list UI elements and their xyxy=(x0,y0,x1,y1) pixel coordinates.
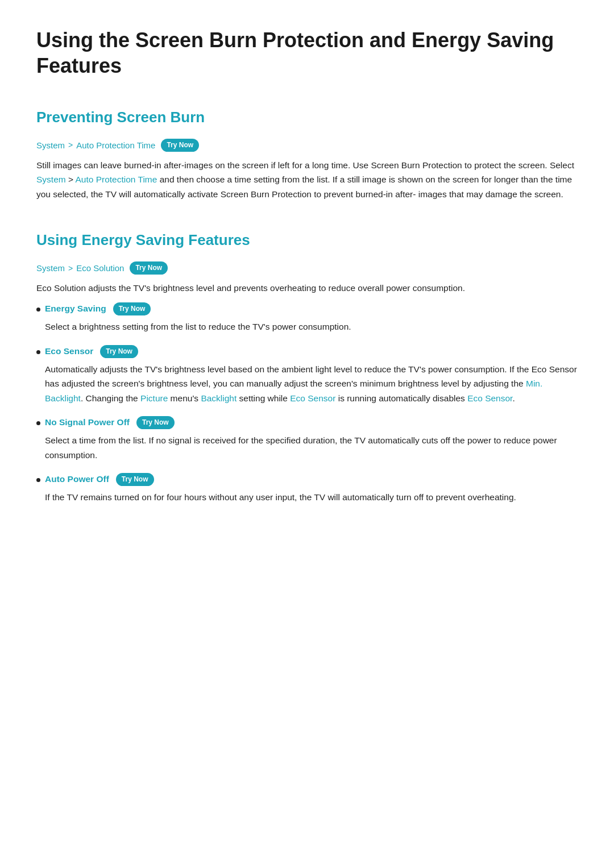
eco-sensor-ecosensor-link2[interactable]: Eco Sensor xyxy=(467,393,512,403)
auto-power-off-header: Auto Power Off Try Now xyxy=(36,472,578,487)
preventing-body-text: Still images can leave burned-in after-i… xyxy=(36,158,578,202)
eco-sensor-text-2: . Changing the xyxy=(81,393,140,403)
list-item: Auto Power Off Try Now If the TV remains… xyxy=(36,472,578,504)
no-signal-try-now[interactable]: Try Now xyxy=(136,416,175,429)
list-item: No Signal Power Off Try Now Select a tim… xyxy=(36,416,578,462)
preventing-body-sep: > xyxy=(66,175,76,184)
eco-sensor-label: Eco Sensor xyxy=(45,344,93,359)
energy-intro-text: Eco Solution adjusts the TV's brightness… xyxy=(36,281,578,296)
list-item: Energy Saving Try Now Select a brightnes… xyxy=(36,302,578,334)
eco-sensor-try-now[interactable]: Try Now xyxy=(100,345,138,358)
energy-nav: System > Eco Solution Try Now xyxy=(36,261,578,275)
eco-sensor-text-4: setting while xyxy=(237,393,290,403)
no-signal-content: Select a time from the list. If no signa… xyxy=(45,433,578,462)
auto-power-off-try-now[interactable]: Try Now xyxy=(116,473,154,486)
list-item: Eco Sensor Try Now Automatically adjusts… xyxy=(36,344,578,405)
preventing-nav-separator: > xyxy=(68,139,73,151)
eco-sensor-text-6: . xyxy=(512,393,515,403)
main-title: Using the Screen Burn Protection and Ene… xyxy=(36,27,578,78)
eco-sensor-text-5: is running automatically disables xyxy=(335,393,467,403)
bullet-dot xyxy=(36,350,40,354)
preventing-nav: System > Auto Protection Time Try Now xyxy=(36,139,578,152)
eco-sensor-header: Eco Sensor Try Now xyxy=(36,344,578,359)
eco-sensor-ecosensor-link1[interactable]: Eco Sensor xyxy=(290,393,335,403)
preventing-screen-burn-section: Preventing Screen Burn System > Auto Pro… xyxy=(36,106,578,201)
preventing-nav-item[interactable]: Auto Protection Time xyxy=(76,139,155,152)
auto-power-off-label: Auto Power Off xyxy=(45,472,109,487)
preventing-try-now-badge[interactable]: Try Now xyxy=(161,139,199,152)
bullet-dot xyxy=(36,308,40,312)
preventing-inline-auto-protection[interactable]: Auto Protection Time xyxy=(76,175,157,184)
energy-saving-label: Energy Saving xyxy=(45,302,106,316)
energy-section-title: Using Energy Saving Features xyxy=(36,229,578,252)
preventing-inline-system[interactable]: System xyxy=(36,175,66,184)
energy-bullet-list: Energy Saving Try Now Select a brightnes… xyxy=(36,302,578,504)
no-signal-label: No Signal Power Off xyxy=(45,416,130,430)
energy-saving-try-now[interactable]: Try Now xyxy=(113,302,151,315)
auto-power-off-content: If the TV remains turned on for four hou… xyxy=(45,490,578,505)
eco-sensor-text-1: Automatically adjusts the TV's brightnes… xyxy=(45,364,577,389)
eco-sensor-text-3: menu's xyxy=(168,393,201,403)
eco-sensor-content: Automatically adjusts the TV's brightnes… xyxy=(45,362,578,406)
energy-nav-item[interactable]: Eco Solution xyxy=(76,261,124,275)
preventing-nav-system[interactable]: System xyxy=(36,139,65,152)
no-signal-header: No Signal Power Off Try Now xyxy=(36,416,578,430)
eco-sensor-picture-link[interactable]: Picture xyxy=(140,393,168,403)
eco-sensor-backlight-link[interactable]: Backlight xyxy=(201,393,237,403)
energy-nav-separator: > xyxy=(68,262,73,275)
preventing-body-text-1: Still images can leave burned-in after-i… xyxy=(36,160,574,170)
energy-saving-section: Using Energy Saving Features System > Ec… xyxy=(36,229,578,504)
preventing-section-title: Preventing Screen Burn xyxy=(36,106,578,130)
energy-saving-content: Select a brightness setting from the lis… xyxy=(45,319,578,334)
bullet-dot xyxy=(36,478,40,482)
bullet-dot xyxy=(36,421,40,425)
energy-saving-header: Energy Saving Try Now xyxy=(36,302,578,316)
energy-nav-system[interactable]: System xyxy=(36,261,65,275)
energy-try-now-badge[interactable]: Try Now xyxy=(130,261,168,275)
